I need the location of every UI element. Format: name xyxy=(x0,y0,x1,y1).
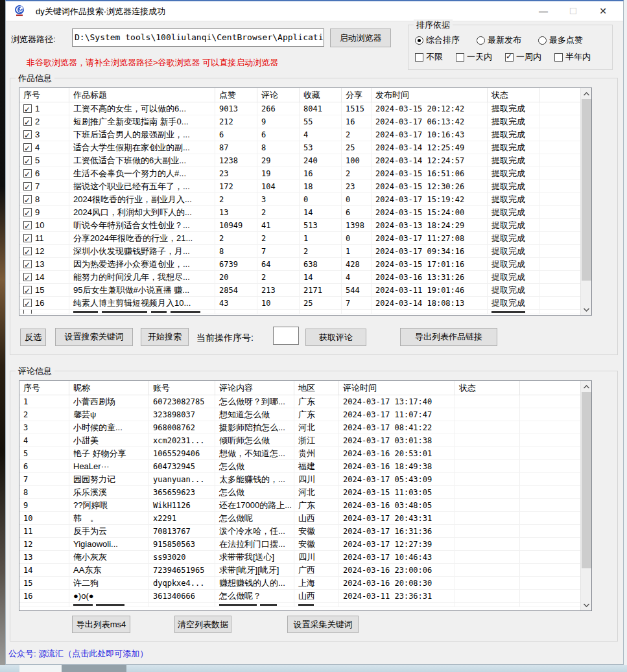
content-cell: 在法拉利门口摆... xyxy=(215,538,294,551)
close-button[interactable]: ✕ xyxy=(588,1,618,21)
column-header[interactable]: 收藏 xyxy=(300,88,342,102)
works-row[interactable]: 82024很吃香的行业，副业月入...23002024-03-17 15:19:… xyxy=(19,193,582,206)
row-checkbox[interactable] xyxy=(23,169,32,178)
comments-row[interactable]: 9??阿婷喂WikH1126还在17000的路上...广东2024-03-16 … xyxy=(19,499,582,512)
row-checkbox[interactable] xyxy=(23,273,32,281)
comments-row[interactable]: 10韩 。x2291怎么做呢山西2024-03-17 20:43:31 xyxy=(19,512,582,525)
works-row[interactable]: 11分享2024年很吃香的行业，21...22102024-03-17 11:2… xyxy=(19,232,582,245)
column-header[interactable]: 点赞 xyxy=(215,88,257,102)
column-header[interactable]: 评论内容 xyxy=(215,381,294,395)
browser-path-input[interactable]: D:\System tools\100liulanqi\CentBrowser\… xyxy=(72,29,324,47)
works-row[interactable]: 10听说今年特别适合女性创业？...109494151313982024-03-… xyxy=(19,219,582,232)
sort-checkbox-option[interactable]: 半年内 xyxy=(554,51,591,63)
nickname-cell: 艳子 好物分享 xyxy=(69,447,149,460)
comments-scrollbar[interactable] xyxy=(580,381,591,610)
column-header[interactable]: 账号 xyxy=(149,381,215,395)
set-search-keyword-button[interactable]: 设置搜索关键词 xyxy=(55,328,133,346)
comments-row[interactable]: 14AA东东72394651965求带[呲牙][呲牙]广西2024-03-16 … xyxy=(19,564,582,577)
works-row[interactable]: 1工资不高的女生，可以做的6...9013266804115152024-03-… xyxy=(19,102,582,115)
launch-browser-button[interactable]: 启动浏览器 xyxy=(330,29,391,47)
works-row[interactable]: 1595后女生兼职做#小说直播 赚...285421321715442024-0… xyxy=(19,284,582,297)
row-checkbox[interactable] xyxy=(23,130,32,139)
status-cell: 提取完成 xyxy=(488,219,539,232)
sort-radio-option[interactable]: 最多点赞 xyxy=(538,34,583,46)
column-header[interactable]: 状态 xyxy=(455,381,520,395)
comments-row[interactable]: 12Yigiaowoli...915850563在法拉利门口摆...安徽2024… xyxy=(19,538,582,551)
works-row[interactable]: 12深圳小伙发现赚钱野路子，月...87212024-03-17 09:34:1… xyxy=(19,245,582,258)
row-checkbox[interactable] xyxy=(23,104,32,113)
comments-row[interactable]: 8乐乐溪溪365659623怎么做河北2024-03-15 11:03:05 xyxy=(19,486,582,499)
comments-scrollbar-thumb[interactable] xyxy=(582,392,591,568)
comments-row[interactable]: 3小时候的童...968008762摄影师陪拍怎么...河北2024-03-17… xyxy=(19,421,582,434)
app-icon xyxy=(13,5,26,17)
row-checkbox[interactable] xyxy=(23,234,32,242)
works-row[interactable]: 13因为热爱选择小众赛道创业，...6739646384282024-03-15… xyxy=(19,258,582,271)
row-checkbox[interactable] xyxy=(23,143,32,152)
comments-row[interactable]: 6HeaLer···604732945怎么做福建2024-03-16 18:49… xyxy=(19,460,582,473)
row-checkbox[interactable] xyxy=(23,299,32,307)
works-row[interactable]: 5工资低适合下班做的6大副业...1238292401002024-03-14 … xyxy=(19,154,582,167)
row-checkbox[interactable] xyxy=(23,117,32,126)
column-header[interactable]: 评论 xyxy=(257,88,300,102)
column-header[interactable]: 昵称 xyxy=(69,381,149,395)
row-checkbox[interactable] xyxy=(23,260,32,268)
comments-row[interactable]: 16●)o(●361340666怎么做呢？山西2024-03-11 23:36:… xyxy=(19,590,582,603)
works-row[interactable]: 7据说这个职业已经有五年了，...17210418232024-03-15 12… xyxy=(19,180,582,193)
comments-row[interactable]: 1小蕾西剧场60723082785怎么做呀？到哪...广东2024-03-17 … xyxy=(19,395,582,408)
works-scrollbar[interactable] xyxy=(580,88,591,315)
scroll-down-icon[interactable] xyxy=(581,599,592,610)
start-search-button[interactable]: 开始搜索 xyxy=(141,328,189,346)
works-scrollbar-thumb[interactable] xyxy=(582,99,591,281)
official-account-link[interactable]: 公众号: 源流汇（点击此处即可添加） xyxy=(8,648,148,660)
minimize-button[interactable]: — xyxy=(528,1,558,21)
current-index-input[interactable] xyxy=(273,327,299,345)
column-header[interactable]: 评论时间 xyxy=(339,381,455,395)
comments-row[interactable]: 13俺小灰灰ss93020求带带我[送心]四川2024-03-17 10:46:… xyxy=(19,551,582,564)
sort-checkbox-option[interactable]: 一周内 xyxy=(505,51,541,63)
set-collect-keyword-button[interactable]: 设置采集关键词 xyxy=(287,616,359,633)
works-row[interactable]: 2短剧推广全新变现指南 新手0...212955162024-03-17 06:… xyxy=(19,115,582,128)
comments-row[interactable]: 4小甜美xcm20231...倾听师怎么做浙江2024-03-17 03:01:… xyxy=(19,434,582,447)
scroll-down-icon[interactable] xyxy=(581,304,592,315)
scroll-up-icon[interactable] xyxy=(581,88,592,99)
row-checkbox[interactable] xyxy=(23,286,32,294)
sort-checkbox-option[interactable]: 不限 xyxy=(415,51,443,63)
export-links-button[interactable]: 导出列表作品链接 xyxy=(400,328,497,346)
comments-row[interactable]: 5艳子 好物分享1065529406想做，不知道怎...贵州2024-03-16… xyxy=(19,447,582,460)
sort-radio-option[interactable]: 最新发布 xyxy=(477,34,521,46)
works-row[interactable]: 16纯素人博主剪辑短视频月入10...43102572024-03-14 18:… xyxy=(19,297,582,310)
column-header[interactable]: 发布时间 xyxy=(372,88,488,102)
works-row[interactable]: 4适合大学生假期在家创业的副...87853252024-03-14 12:25… xyxy=(19,141,582,154)
comments-row[interactable]: 7园园努力记yuanyuan...太多能赚钱的，...四川2024-03-17 … xyxy=(19,473,582,486)
works-row[interactable]: 6生活不会辜负一个努力的人#...23191622024-03-15 16:51… xyxy=(19,167,582,180)
invert-selection-button[interactable]: 反选 xyxy=(20,329,46,346)
sort-group: 排序依据 综合排序最新发布最多点赞 不限一天内一周内半年内 xyxy=(408,25,613,70)
row-checkbox[interactable] xyxy=(23,195,32,203)
column-header[interactable]: 作品标题 xyxy=(69,88,215,102)
column-header[interactable]: 地区 xyxy=(294,381,339,395)
row-checkbox[interactable] xyxy=(23,208,32,216)
status-cell xyxy=(455,538,520,551)
row-checkbox[interactable] xyxy=(23,221,32,229)
comments-count-cell: 2 xyxy=(257,271,300,284)
sort-checkbox-option[interactable]: 一天内 xyxy=(456,51,492,63)
comments-row[interactable]: 11反手为云70813767泼个冷水哈，任...安徽2024-03-17 16:… xyxy=(19,525,582,538)
row-index-cell: 3 xyxy=(19,128,69,141)
row-checkbox[interactable] xyxy=(23,156,32,165)
works-row[interactable]: 14能努力的时间没几年，我想尽...2021442024-03-16 13:31… xyxy=(19,271,582,284)
row-checkbox[interactable] xyxy=(23,182,32,191)
scroll-up-icon[interactable] xyxy=(581,381,592,392)
get-comments-button[interactable]: 获取评论 xyxy=(305,329,366,346)
column-header[interactable]: 序号 xyxy=(19,381,69,395)
clear-list-button[interactable]: 清空列表数据 xyxy=(174,616,231,633)
works-row[interactable]: 92024风口，利润却大到吓人的...1321462024-03-15 15:2… xyxy=(19,206,582,219)
column-header[interactable]: 分享 xyxy=(342,88,372,102)
works-row[interactable]: 3下班后适合男人的最强副业，...66422024-03-17 10:16:43… xyxy=(19,128,582,141)
sort-radio-option[interactable]: 综合排序 xyxy=(415,34,460,46)
comments-row[interactable]: 2馨芸ψ323898037想知道怎么做广东2024-03-17 11:07:47 xyxy=(19,408,582,421)
export-ms4-button[interactable]: 导出列表ms4 xyxy=(72,616,130,633)
column-header[interactable]: 序号 xyxy=(19,88,69,102)
row-checkbox[interactable] xyxy=(23,247,32,255)
column-header[interactable]: 状态 xyxy=(488,88,539,102)
comments-row[interactable]: 15许二狗dyqpkxe4...赚想赚钱的人的...上海2024-03-16 2… xyxy=(19,577,582,590)
